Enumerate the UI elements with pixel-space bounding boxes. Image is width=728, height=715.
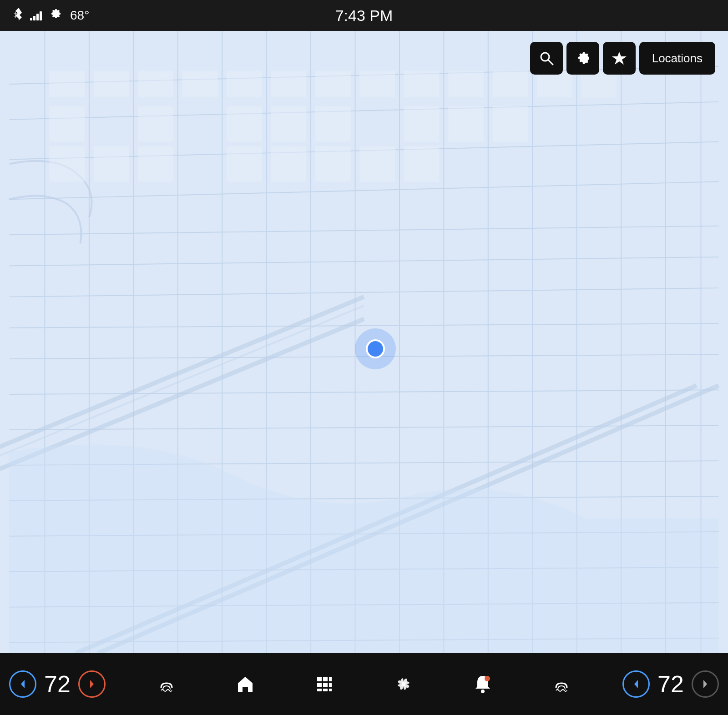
svg-marker-71: [612, 52, 627, 65]
left-fan-icon[interactable]: [148, 670, 185, 698]
svg-rect-44: [49, 106, 85, 142]
search-button[interactable]: [530, 42, 563, 75]
svg-rect-76: [329, 677, 332, 681]
locations-label: Locations: [652, 51, 703, 65]
left-temp-increase[interactable]: [78, 670, 106, 698]
map-controls: Locations: [530, 42, 715, 75]
svg-rect-74: [317, 677, 322, 681]
svg-rect-43: [182, 71, 218, 97]
right-climate-control: 72: [622, 670, 719, 698]
map-settings-button[interactable]: [566, 42, 599, 75]
bottom-bar: 72: [0, 653, 728, 715]
right-temperature: 72: [652, 670, 689, 698]
bluetooth-icon: ⌗: [14, 8, 24, 23]
signal-icon: [30, 10, 42, 20]
svg-rect-51: [448, 71, 484, 97]
svg-marker-87: [703, 680, 707, 688]
svg-rect-57: [315, 106, 351, 142]
right-temp-increase[interactable]: [692, 670, 719, 698]
svg-rect-80: [317, 689, 322, 691]
favorites-button[interactable]: [603, 42, 636, 75]
svg-rect-56: [271, 106, 306, 142]
svg-rect-48: [315, 71, 351, 97]
svg-rect-58: [404, 106, 440, 142]
svg-rect-45: [138, 106, 173, 142]
svg-rect-63: [315, 146, 351, 181]
svg-marker-73: [90, 680, 94, 688]
apps-button[interactable]: [306, 670, 343, 698]
svg-rect-40: [49, 71, 85, 97]
svg-rect-81: [323, 689, 328, 691]
status-bar: ⌗ 68° 7:43 PM: [0, 0, 728, 31]
svg-rect-82: [329, 689, 332, 691]
svg-point-85: [485, 676, 490, 681]
svg-text:⌗: ⌗: [14, 8, 20, 20]
locations-button[interactable]: Locations: [639, 42, 715, 75]
status-settings-icon: [48, 7, 62, 24]
svg-rect-67: [94, 146, 129, 181]
svg-rect-50: [404, 71, 440, 97]
svg-rect-47: [271, 71, 306, 97]
location-dot-inner: [366, 339, 385, 358]
status-time: 7:43 PM: [335, 7, 393, 25]
left-temperature: 72: [39, 670, 76, 698]
svg-rect-66: [49, 146, 85, 181]
svg-rect-41: [94, 71, 129, 97]
svg-rect-55: [227, 106, 262, 142]
svg-rect-65: [404, 146, 440, 181]
svg-point-84: [481, 690, 485, 693]
svg-rect-42: [138, 71, 173, 97]
svg-rect-79: [329, 683, 332, 687]
svg-rect-59: [448, 106, 484, 142]
status-temperature: 68°: [70, 8, 89, 23]
svg-rect-46: [227, 71, 262, 97]
svg-rect-62: [271, 146, 306, 181]
left-temp-decrease[interactable]: [9, 670, 36, 698]
right-fan-icon[interactable]: [543, 670, 580, 698]
svg-rect-64: [359, 146, 395, 181]
svg-line-70: [548, 60, 553, 65]
status-left-icons: ⌗ 68°: [14, 7, 89, 24]
svg-rect-68: [138, 146, 173, 181]
map-container[interactable]: Locations: [0, 31, 728, 653]
svg-rect-53: [537, 71, 572, 97]
svg-rect-52: [493, 71, 528, 97]
home-button[interactable]: [227, 670, 263, 698]
svg-rect-60: [493, 106, 528, 142]
fan-button[interactable]: [385, 670, 422, 698]
svg-rect-54: [581, 71, 617, 97]
svg-rect-49: [359, 71, 395, 97]
svg-rect-78: [323, 683, 328, 687]
location-dot: [355, 328, 396, 369]
notification-button[interactable]: [465, 670, 501, 698]
left-climate-control: 72: [9, 670, 106, 698]
svg-marker-72: [21, 680, 25, 688]
svg-rect-61: [227, 146, 262, 181]
svg-marker-86: [634, 680, 638, 688]
svg-rect-75: [323, 677, 328, 681]
right-temp-decrease[interactable]: [622, 670, 650, 698]
svg-rect-77: [317, 683, 322, 687]
